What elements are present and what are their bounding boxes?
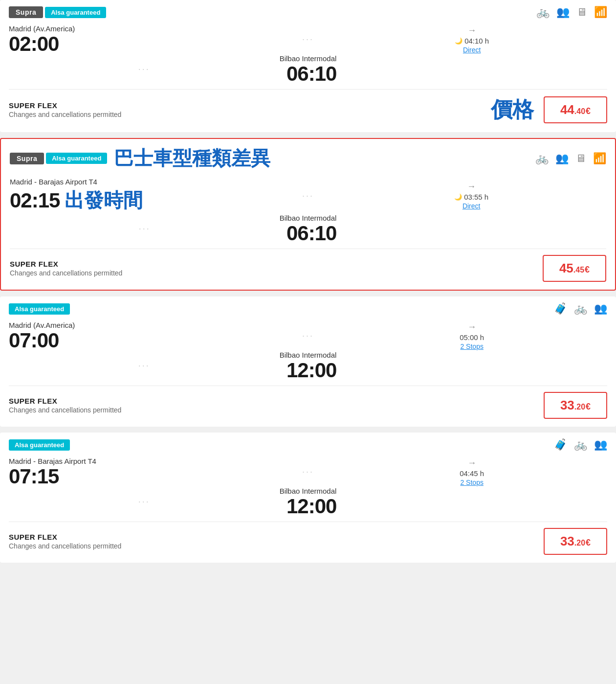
trip-card-4-route: Madrid - Barajas Airport T4 07:15 ··· → …	[0, 455, 616, 522]
stops-link-3[interactable]: 2 Stops	[460, 342, 483, 350]
stops-link-1[interactable]: Direct	[463, 46, 481, 54]
badge-alsa-3: Alsa guaranteed	[9, 303, 70, 315]
dest-station-4: Bilbao Intermodal	[280, 487, 337, 495]
arrow-icon-1: →	[467, 25, 476, 36]
dots-right-4: ···	[138, 497, 150, 507]
dots-left-2: ···	[302, 191, 314, 201]
trip-card-2-badges: Supra Alsa guaranteed 巴士車型種類差異	[10, 145, 270, 172]
dots-left-1: ···	[302, 34, 314, 45]
dest-station-1: Bilbao Intermodal	[280, 54, 337, 63]
trip-card-4-fare: SUPER FLEX Changes and cancellations per…	[0, 522, 616, 563]
price-decimal-4: .20	[574, 539, 585, 547]
group-icon: 👥	[556, 6, 570, 19]
trip-card-2-header: Supra Alsa guaranteed 巴士車型種類差異 🚲 👥 🖥 📶	[1, 139, 615, 176]
trip-card-1-route: Madrid (Av.America) 02:00 ··· → 🌙 04:10 …	[0, 23, 616, 89]
trip-card-3-fare: SUPER FLEX Changes and cancellations per…	[0, 386, 616, 427]
origin-station-3: Madrid (Av.America)	[9, 321, 280, 329]
wifi-icon-2: 📶	[593, 152, 606, 165]
trip-card-4-header: Alsa guaranteed 🧳 🚲 👥	[0, 433, 616, 455]
arrow-icon-3: →	[467, 322, 476, 332]
arrival-time-1: 06:10	[280, 64, 337, 84]
trip-card-2-route: Madrid - Barajas Airport T4 02:15 出發時間 ·…	[1, 176, 615, 249]
trip-card-2-destination: Bilbao Intermodal 06:10	[280, 214, 337, 244]
moon-icon-2: 🌙	[454, 193, 462, 201]
dest-station-3: Bilbao Intermodal	[280, 351, 337, 359]
trip-card-3-icons: 🧳 🚲 👥	[554, 302, 607, 315]
screen-icon: 🖥	[576, 6, 587, 19]
fare-info-3: SUPER FLEX Changes and cancellations per…	[9, 397, 121, 414]
dots-left-4: ···	[302, 467, 314, 477]
page-container: Supra Alsa guaranteed 🚲 👥 🖥 📶 Madrid (Av…	[0, 0, 616, 563]
dots-right-3: ···	[138, 361, 150, 371]
bike-icon-3: 🚲	[574, 302, 587, 315]
trip-card-2: Supra Alsa guaranteed 巴士車型種類差異 🚲 👥 🖥 📶 M…	[0, 138, 616, 291]
origin-station-4: Madrid - Barajas Airport T4	[9, 457, 280, 465]
fare-type-4: SUPER FLEX	[9, 533, 121, 541]
bike-icon-4: 🚲	[574, 438, 587, 451]
origin-station-1: Madrid (Av.America)	[9, 24, 280, 33]
trip-card-2-middle: → 🌙 03:55 h Direct	[336, 182, 606, 210]
group-icon-4: 👥	[594, 438, 607, 451]
dots-right-1: ···	[138, 64, 150, 74]
trip-card-4-middle: → 04:45 h 2 Stops	[336, 458, 607, 486]
arrival-time-4: 12:00	[280, 496, 337, 517]
price-button-4[interactable]: 33.20 €	[544, 528, 607, 555]
fare-type-2: SUPER FLEX	[10, 260, 122, 268]
price-currency-3: €	[586, 402, 591, 412]
arrival-time-3: 12:00	[280, 360, 337, 381]
trip-card-3-middle: → 05:00 h 2 Stops	[336, 322, 607, 350]
price-main-1: 44	[560, 102, 574, 117]
trip-card-4-destination: Bilbao Intermodal 12:00	[280, 487, 337, 517]
dots-right-2: ···	[139, 224, 151, 234]
duration-text-4: 04:45 h	[460, 469, 484, 478]
departure-time-2: 02:15	[10, 190, 60, 211]
trip-card-2-icons: 🚲 👥 🖥 📶	[535, 152, 606, 165]
duration-2: 🌙 03:55 h	[454, 193, 488, 201]
trip-card-1-fare: SUPER FLEX Changes and cancellations per…	[0, 90, 616, 132]
fare-info-2: SUPER FLEX Changes and cancellations per…	[10, 260, 122, 277]
bike-icon: 🚲	[536, 6, 550, 19]
price-currency-4: €	[586, 538, 591, 548]
cards-wrapper: Supra Alsa guaranteed 🚲 👥 🖥 📶 Madrid (Av…	[0, 0, 616, 563]
duration-text-2: 03:55 h	[464, 193, 488, 201]
badge-alsa-2: Alsa guaranteed	[46, 153, 107, 164]
dots-left-3: ···	[302, 331, 314, 341]
luggage-icon-4: 🧳	[554, 438, 567, 451]
price-decimal-1: .40	[574, 107, 585, 116]
trip-card-1: Supra Alsa guaranteed 🚲 👥 🖥 📶 Madrid (Av…	[0, 0, 616, 132]
price-currency-2: €	[585, 265, 590, 275]
trip-card-1-icons: 🚲 👥 🖥 📶	[536, 6, 607, 19]
price-currency-1: €	[586, 106, 591, 116]
arrow-icon-2: →	[467, 182, 476, 192]
stops-link-2[interactable]: Direct	[462, 202, 481, 210]
trip-card-3-route: Madrid (Av.America) 07:00 ··· → 05:00 h …	[0, 319, 616, 386]
trip-card-4: Alsa guaranteed 🧳 🚲 👥 Madrid - Barajas A…	[0, 433, 616, 563]
arrow-icon-4: →	[467, 458, 476, 468]
bike-icon-2: 🚲	[535, 152, 549, 165]
trip-card-4-badges: Alsa guaranteed	[9, 439, 70, 451]
fare-info-1: SUPER FLEX Changes and cancellations per…	[9, 101, 121, 118]
duration-text-3: 05:00 h	[460, 333, 484, 342]
price-button-2[interactable]: 45.45 €	[543, 255, 606, 282]
trip-card-2-origin: Madrid - Barajas Airport T4 02:15 出發時間	[10, 178, 280, 214]
screen-icon-2: 🖥	[575, 152, 586, 165]
duration-3: 05:00 h	[460, 333, 484, 342]
fare-desc-3: Changes and cancellations permitted	[9, 406, 121, 414]
stops-link-4[interactable]: 2 Stops	[460, 479, 483, 486]
price-button-1[interactable]: 44.40 €	[544, 96, 607, 123]
moon-icon-1: 🌙	[455, 37, 462, 45]
trip-card-4-origin: Madrid - Barajas Airport T4 07:15	[9, 457, 280, 487]
arrival-time-2: 06:10	[280, 223, 337, 244]
trip-card-3: Alsa guaranteed 🧳 🚲 👥 Madrid (Av.America…	[0, 296, 616, 427]
fare-info-4: SUPER FLEX Changes and cancellations per…	[9, 533, 121, 550]
trip-card-1-destination: Bilbao Intermodal 06:10	[280, 54, 337, 84]
wifi-icon: 📶	[594, 6, 607, 19]
price-button-3[interactable]: 33.20 €	[544, 392, 607, 419]
fare-desc-4: Changes and cancellations permitted	[9, 542, 121, 550]
departure-time-1: 02:00	[9, 34, 280, 54]
fare-type-3: SUPER FLEX	[9, 397, 121, 405]
duration-4: 04:45 h	[460, 469, 484, 478]
price-main-3: 33	[560, 398, 574, 413]
trip-card-1-badges: Supra Alsa guaranteed	[9, 6, 106, 18]
fare-type-1: SUPER FLEX	[9, 101, 121, 110]
